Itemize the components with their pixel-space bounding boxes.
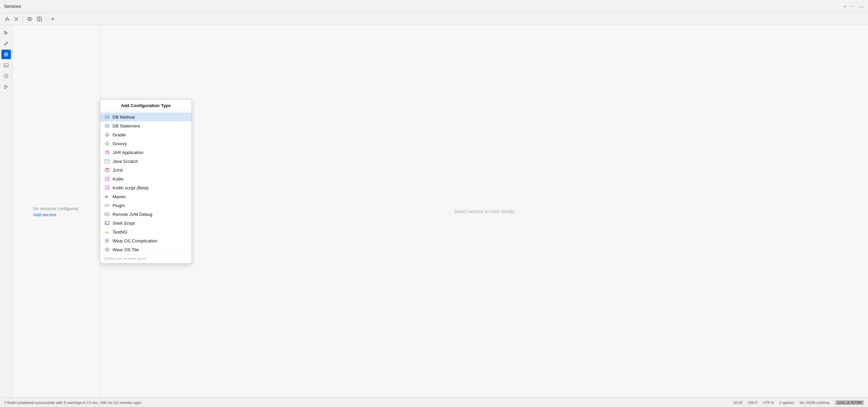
terminal-icon [4, 63, 8, 68]
dropdown-item-label-db-method: DB Method [113, 115, 135, 120]
sidebar-item-terminal[interactable] [1, 61, 11, 70]
status-bar-left: // Build completed successfully with 8 w… [4, 401, 728, 405]
branch-icon [4, 85, 8, 89]
left-sidebar [0, 25, 12, 397]
svg-point-4 [29, 18, 31, 20]
eye-button[interactable] [25, 16, 34, 22]
dropdown-item-wear-os-complication[interactable]: Wear OS Complication [100, 236, 191, 245]
dropdown-item-label-db-statement: DB Statement [113, 123, 140, 129]
dropdown-item-shell-script[interactable]: Shell Script [100, 219, 191, 227]
collapse-button[interactable] [3, 16, 11, 22]
title-bar-right: + ⋯ — [844, 4, 864, 9]
layout-button[interactable] [36, 16, 43, 22]
dropdown-item-kotlin-script[interactable]: Kotlin script (Beta) [100, 183, 191, 192]
no-services-message: No services configured. Add service [33, 205, 80, 218]
sidebar-item-services[interactable] [1, 50, 11, 59]
svg-text:NG: NG [105, 231, 109, 234]
dropdown-item-db-statement[interactable]: DB Statement [100, 121, 191, 130]
dropdown-item-wear-os-tile[interactable]: Wear OS Tile [100, 245, 191, 254]
svg-point-43 [106, 214, 106, 215]
svg-point-3 [27, 17, 32, 21]
kotlin-icon-kotlin [104, 176, 110, 182]
svg-rect-36 [105, 177, 109, 181]
dropdown-item-kotlin[interactable]: Kotlin [100, 174, 191, 183]
add-button[interactable] [49, 16, 56, 22]
dropdown-item-db-method[interactable]: DB Method [100, 113, 191, 121]
toolbar-separator [22, 16, 23, 22]
svg-rect-42 [105, 213, 109, 216]
svg-marker-12 [5, 53, 7, 55]
dropdown-item-remote-jvm[interactable]: Remote JVM Debug [100, 210, 191, 219]
services-icon [4, 52, 8, 57]
groovy-icon-groovy: G [104, 141, 110, 146]
select-service-hint: Select service to view details [454, 209, 515, 214]
status-indent[interactable]: 2 spaces [779, 401, 794, 405]
dropdown-item-groovy[interactable]: GGroovy [100, 139, 191, 148]
dropdown-item-label-testng: TestNG [113, 230, 127, 235]
dropdown-item-label-remote-jvm: Remote JVM Debug [113, 212, 152, 217]
svg-rect-31 [105, 159, 109, 163]
dropdown-item-java-scratch[interactable]: Java Scratch [100, 157, 191, 166]
title-more-icon[interactable]: ⋯ [850, 4, 855, 9]
title-plus-icon[interactable]: + [844, 4, 846, 9]
close-button[interactable] [13, 16, 20, 22]
toolbar-separator-2 [46, 16, 46, 22]
dropdown-footer: Select one or more types [100, 254, 191, 263]
add-icon [50, 17, 55, 21]
maven-icon-maven: m [104, 194, 110, 199]
status-line-col: 1041 of 4078M [835, 400, 864, 405]
dropdown-item-jar-application[interactable]: JARJAR Application [100, 148, 191, 157]
sidebar-item-pointer[interactable] [1, 28, 11, 37]
svg-text:G: G [106, 142, 108, 145]
add-configuration-dropdown: Add Configuration Type DB MethodDB State… [100, 99, 192, 264]
status-line-ending[interactable]: CRLF [748, 401, 758, 405]
dropdown-item-label-wear-os-tile: Wear OS Tile [113, 247, 139, 252]
sidebar-item-clock[interactable] [1, 71, 11, 81]
clock-icon [4, 74, 8, 79]
dropdown-item-label-jar-application: JAR Application [113, 150, 143, 155]
dropdown-item-label-java-scratch: Java Scratch [113, 159, 138, 164]
junit-icon-junit [104, 167, 110, 173]
svg-text:JAR: JAR [106, 152, 110, 154]
kotlin-icon-kotlin-script [104, 185, 110, 190]
tools-icon [4, 41, 8, 46]
dropdown-item-junit[interactable]: JUnit [100, 166, 191, 174]
layout-icon [37, 17, 42, 21]
content-area: Select service to view details [101, 25, 868, 397]
add-service-link[interactable]: Add service [33, 212, 56, 217]
dropdown-item-label-kotlin-script: Kotlin script (Beta) [113, 185, 149, 190]
status-encoding[interactable]: UTF-8 [763, 401, 773, 405]
svg-rect-24 [105, 126, 109, 128]
dropdown-item-label-groovy: Groovy [113, 141, 127, 146]
wear-icon-wear-os-tile [104, 247, 110, 252]
status-json-schema[interactable]: No JSON schema [800, 401, 830, 405]
dropdown-item-label-maven: Maven [113, 194, 126, 199]
svg-rect-21 [105, 117, 109, 119]
build-message: // Build completed successfully with 8 w… [4, 401, 141, 405]
dropdown-item-plugin[interactable]: Plugin [100, 201, 191, 210]
close-icon [14, 17, 18, 21]
status-time[interactable]: 10:23 [733, 401, 743, 405]
title-bar-left: Services [4, 4, 21, 9]
title-minimize-icon[interactable]: — [859, 4, 864, 9]
sidebar-item-branch[interactable] [1, 82, 11, 92]
svg-point-16 [4, 85, 5, 86]
dropdown-item-label-kotlin: Kotlin [113, 176, 124, 182]
dropdown-item-gradle[interactable]: Gradle [100, 130, 191, 139]
title-bar: Services + ⋯ — [0, 0, 868, 13]
dropdown-list: DB MethodDB StatementGradleGGroovyJARJAR… [100, 111, 191, 254]
svg-rect-20 [105, 115, 109, 117]
dropdown-item-maven[interactable]: mMaven [100, 192, 191, 201]
sidebar-item-tools[interactable] [1, 39, 11, 48]
dropdown-header: Add Configuration Type [100, 100, 191, 111]
testng-icon-testng: NG [104, 229, 110, 235]
svg-rect-23 [105, 124, 109, 125]
services-title: Services [4, 4, 21, 9]
svg-line-50 [107, 241, 108, 241]
dropdown-item-testng[interactable]: NGTestNG [100, 227, 191, 236]
svg-text:m: m [105, 195, 108, 199]
eye-icon [27, 17, 32, 21]
remote-icon-remote-jvm [104, 211, 110, 217]
status-bar-right: 10:23 CRLF UTF-8 2 spaces No JSON schema… [733, 400, 864, 405]
db-icon-db-method [104, 114, 110, 120]
